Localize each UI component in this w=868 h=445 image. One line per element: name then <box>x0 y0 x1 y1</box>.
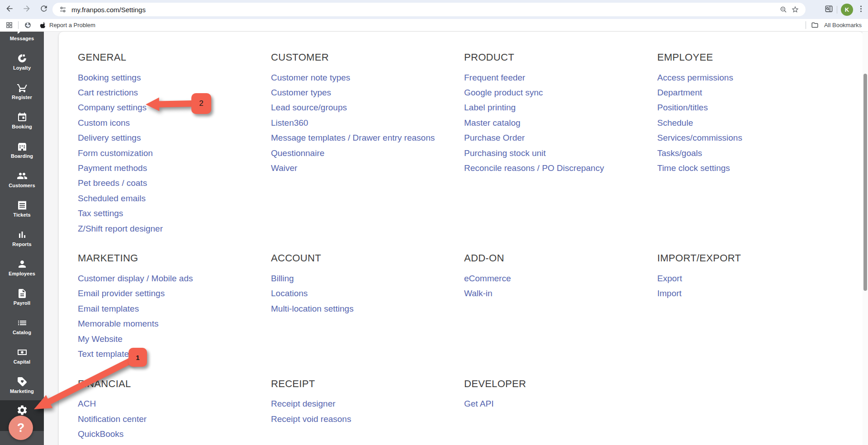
back-button[interactable] <box>2 2 17 17</box>
list-item: Waiver <box>271 161 464 175</box>
settings-link[interactable]: Memorable moments <box>78 319 158 329</box>
sidebar-nav: Messages Loyalty Register Booking Boardi… <box>0 32 44 406</box>
settings-link[interactable]: Lead source/groups <box>271 103 347 113</box>
settings-section: ADD-ON eCommerceWalk-in <box>464 252 657 361</box>
settings-link[interactable]: Email provider settings <box>78 289 165 298</box>
section-title: RECEIPT <box>271 378 464 390</box>
profile-avatar[interactable]: K <box>841 4 853 16</box>
settings-link[interactable]: Tax settings <box>78 208 123 218</box>
sidebar-item-register[interactable]: Register <box>0 82 44 112</box>
site-settings-icon[interactable] <box>59 5 67 14</box>
list-item: Department <box>657 85 850 100</box>
address-bar[interactable]: my.franpos.com/Settings <box>52 3 806 16</box>
settings-link[interactable]: Position/titles <box>657 103 708 113</box>
settings-link[interactable]: Label printing <box>464 103 516 113</box>
zoom-out-icon[interactable] <box>778 4 789 15</box>
settings-link[interactable]: Import <box>657 289 682 298</box>
sidebar-item-tickets[interactable]: Tickets <box>0 200 44 229</box>
settings-link[interactable]: eCommerce <box>464 274 511 284</box>
settings-link[interactable]: Purchasing stock unit <box>464 148 546 158</box>
sidebar-item-customers[interactable]: Customers <box>0 170 44 200</box>
settings-link[interactable]: Reconcile reasons / PO Discrepancy <box>464 163 604 173</box>
loyalty-icon <box>17 53 28 64</box>
settings-link[interactable]: Payment methods <box>78 163 147 173</box>
settings-link[interactable]: Time clock settings <box>657 163 730 173</box>
settings-link[interactable]: Walk-in <box>464 289 493 298</box>
settings-link[interactable]: Custom icons <box>78 118 130 128</box>
settings-link[interactable]: Tasks/goals <box>657 148 702 158</box>
settings-link[interactable]: Department <box>657 88 702 98</box>
settings-link[interactable]: Multi-location settings <box>271 304 354 314</box>
settings-link[interactable]: Text templates <box>78 349 133 359</box>
settings-link[interactable]: Email templates <box>78 304 139 314</box>
settings-link[interactable]: Get API <box>464 399 493 409</box>
settings-link[interactable]: Listen360 <box>271 118 308 128</box>
settings-link[interactable]: Cart restrictions <box>78 88 138 98</box>
sidebar-item-boarding[interactable]: Boarding <box>0 141 44 170</box>
list-item: Scheduled emails <box>78 191 271 206</box>
settings-link[interactable]: Company settings <box>78 103 147 113</box>
list-item: Purchasing stock unit <box>464 146 657 161</box>
sidebar-item-payroll[interactable]: Payroll <box>0 288 44 317</box>
list-item: Form customization <box>78 146 271 161</box>
sidebar-item-loyalty[interactable]: Loyalty <box>0 53 44 82</box>
settings-link[interactable]: Services/commissions <box>657 133 742 143</box>
section-title: GENERAL <box>78 52 271 63</box>
url-text[interactable]: my.franpos.com/Settings <box>71 6 778 14</box>
sidebar-item-catalog[interactable]: Catalog <box>0 317 44 347</box>
settings-link[interactable]: Customer note types <box>271 73 350 83</box>
settings-link[interactable]: Locations <box>271 289 308 298</box>
globe-bookmark-icon[interactable] <box>22 20 33 31</box>
settings-link[interactable]: Booking settings <box>78 73 141 83</box>
apps-grid-icon[interactable] <box>4 20 14 31</box>
all-bookmarks-button[interactable]: All Bookmarks <box>824 22 862 28</box>
settings-link[interactable]: Scheduled emails <box>78 194 146 204</box>
browser-menu-icon[interactable] <box>857 5 865 15</box>
list-item: Import <box>657 286 850 301</box>
section-title: ACCOUNT <box>271 252 464 264</box>
settings-link[interactable]: Purchase Order <box>464 133 525 143</box>
sidebar-item-booking[interactable]: Booking <box>0 112 44 141</box>
settings-link[interactable]: ACH <box>78 399 96 409</box>
settings-link[interactable]: Access permissions <box>657 73 733 83</box>
list-item: Google product sync <box>464 85 657 100</box>
settings-link[interactable]: Receipt void reasons <box>271 414 351 424</box>
reload-button[interactable] <box>36 2 52 17</box>
scrollbar-thumb[interactable] <box>863 74 867 291</box>
settings-link[interactable]: Receipt designer <box>271 399 336 409</box>
list-item: Z/Shift report designer <box>78 221 271 236</box>
settings-link[interactable]: Delivery settings <box>78 133 141 143</box>
settings-link[interactable]: Customer display / Mobile ads <box>78 274 193 284</box>
settings-link[interactable]: Message templates / Drawer entry reasons <box>271 133 435 143</box>
forward-button[interactable] <box>19 2 34 17</box>
sidebar-item-employees[interactable]: Employees <box>0 259 44 288</box>
side-panel-icon[interactable] <box>825 5 833 15</box>
settings-link[interactable]: Customer types <box>271 88 331 98</box>
banknote-icon <box>17 347 28 358</box>
sidebar-item-reports[interactable]: Reports <box>0 229 44 259</box>
sidebar-item-capital[interactable]: Capital <box>0 347 44 376</box>
list-item: Pet breeds / coats <box>78 176 271 191</box>
sidebar-item-messages[interactable]: Messages <box>0 32 44 53</box>
apple-icon[interactable] <box>38 20 48 31</box>
settings-link[interactable]: My Website <box>78 334 123 344</box>
settings-link[interactable]: Waiver <box>271 163 297 173</box>
settings-section: FINANCIAL ACHNotification centerQuickBoo… <box>78 378 271 442</box>
settings-link[interactable]: Notification center <box>78 414 147 424</box>
list-item: ACH <box>78 397 271 412</box>
settings-link[interactable]: QuickBooks <box>78 429 123 439</box>
help-button[interactable]: ? <box>9 416 33 440</box>
bookmark-star-icon[interactable] <box>789 4 801 15</box>
settings-link[interactable]: Frequent feeder <box>464 73 525 83</box>
settings-section: DEVELOPER Get API <box>464 378 657 442</box>
report-problem-bookmark[interactable]: Report a Problem <box>49 22 95 28</box>
settings-link[interactable]: Questionnaire <box>271 148 324 158</box>
settings-link[interactable]: Master catalog <box>464 118 521 128</box>
settings-link[interactable]: Pet breeds / coats <box>78 178 147 188</box>
settings-link[interactable]: Schedule <box>657 118 693 128</box>
settings-link[interactable]: Form customization <box>78 148 153 158</box>
settings-link[interactable]: Google product sync <box>464 88 543 98</box>
settings-link[interactable]: Z/Shift report designer <box>78 224 163 234</box>
settings-link[interactable]: Export <box>657 274 682 284</box>
settings-link[interactable]: Billing <box>271 274 294 284</box>
